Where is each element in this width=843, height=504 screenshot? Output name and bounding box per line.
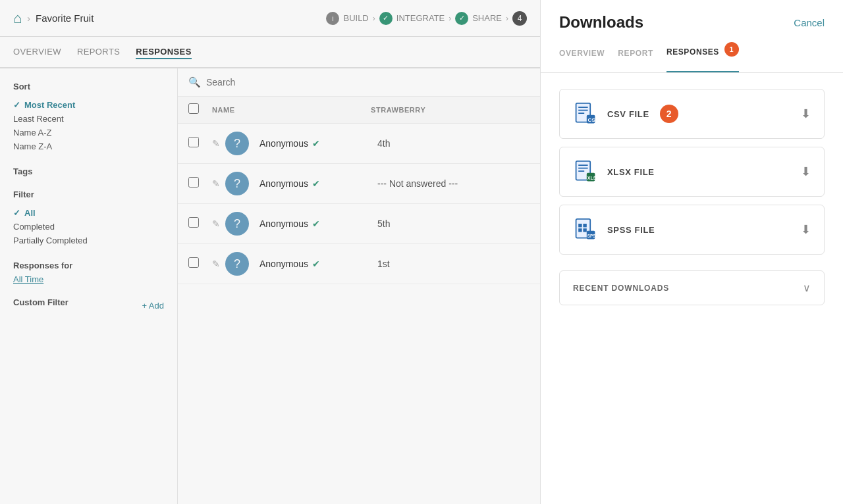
svg-rect-15 (578, 228, 582, 232)
select-all-checkbox[interactable] (188, 103, 199, 114)
avatar-3: ? (225, 212, 249, 236)
col-header-strawberry: STRAWBERRY (371, 106, 530, 114)
sub-nav: OVERVIEW REPORTS RESPONSES (0, 37, 540, 68)
row-checkbox-3[interactable] (188, 217, 199, 228)
filter-section: Filter ✓ All Completed Partially Complet… (13, 189, 164, 247)
tab-responses[interactable]: RESPONSES (136, 47, 191, 59)
csv-badge-wrap: CSV FILE 2 (607, 105, 678, 123)
table-row[interactable]: ✎ ? Anonymous ✔ 5th (178, 204, 540, 244)
dl-tab-overview[interactable]: OVERVIEW (559, 49, 605, 66)
edit-icon-1[interactable]: ✎ (212, 138, 220, 149)
svg-text:SPSS: SPSS (587, 234, 597, 238)
share-label: SHARE (472, 13, 502, 23)
sort-most-recent[interactable]: ✓ Most Recent (13, 98, 164, 112)
step-4-badge: 4 (512, 11, 527, 26)
spss-option-left: SPSS SPSS FILE (573, 217, 655, 242)
xlsx-option-left: XLS XLSX FILE (573, 159, 655, 184)
svg-text:XLS: XLS (587, 175, 597, 181)
csv-file-label: CSV FILE (607, 109, 649, 119)
share-check-icon: ✓ (455, 12, 468, 25)
breadcrumb-separator: › (27, 13, 30, 24)
tags-title: Tags (13, 166, 164, 176)
dl-tab-responses[interactable]: RESPONSES 1 (666, 42, 739, 72)
file-options: CSV CSV FILE 2 ⬇ (541, 73, 843, 270)
svg-rect-13 (578, 224, 582, 227)
table-row[interactable]: ✎ ? Anonymous ✔ --- Not answered --- (178, 164, 540, 204)
sort-name-az[interactable]: Name A-Z (13, 126, 164, 139)
responses-list: 🔍 NAME STRAWBERRY ✎ ? Anonymous ✔ 4th (178, 68, 540, 504)
row-name-area-1: ? Anonymous ✔ (225, 132, 377, 155)
responses-for-section: Responses for All Time (13, 261, 164, 284)
check-icon: ✓ (13, 100, 20, 110)
row-name-area-4: ? Anonymous ✔ (225, 252, 377, 276)
tags-section: Tags (13, 166, 164, 176)
step-build: i BUILD (326, 12, 368, 25)
edit-icon-3[interactable]: ✎ (212, 218, 220, 229)
table-row[interactable]: ✎ ? Anonymous ✔ 1st (178, 244, 540, 284)
home-icon[interactable]: ⌂ (13, 10, 22, 27)
edit-icon-4[interactable]: ✎ (212, 259, 220, 269)
responses-for-link[interactable]: All Time (13, 274, 164, 284)
row-checkbox-2[interactable] (188, 177, 199, 188)
table-row[interactable]: ✎ ? Anonymous ✔ 4th (178, 124, 540, 164)
row-checkbox-4[interactable] (188, 257, 199, 268)
integrate-label: INTEGRATE (396, 13, 445, 23)
responses-for-title: Responses for (13, 261, 164, 270)
integrate-check-icon: ✓ (379, 12, 393, 25)
responses-tab-badge: 1 (724, 42, 739, 57)
add-custom-filter-button[interactable]: + Add (142, 301, 164, 311)
spss-file-option[interactable]: SPSS SPSS FILE ⬇ (559, 205, 825, 255)
row-name-2: Anonymous (259, 178, 308, 189)
recent-downloads-toggle[interactable]: RECENT DOWNLOADS ∨ (560, 271, 824, 305)
svg-rect-9 (578, 170, 584, 172)
svg-rect-14 (583, 224, 586, 227)
xlsx-download-icon[interactable]: ⬇ (801, 164, 811, 179)
search-input[interactable] (206, 77, 530, 88)
dl-tab-report[interactable]: REPORT (618, 49, 653, 66)
sort-least-recent[interactable]: Least Recent (13, 112, 164, 126)
row-name-area-3: ? Anonymous ✔ (225, 212, 377, 236)
xlsx-icon: XLS (573, 159, 598, 184)
table-header: NAME STRAWBERRY (178, 97, 540, 124)
tab-reports[interactable]: REPORTS (77, 47, 120, 58)
recent-downloads-label: RECENT DOWNLOADS (573, 284, 669, 293)
downloads-panel: Downloads Cancel OVERVIEW REPORT RESPONS… (540, 0, 843, 504)
col-header-name: NAME (212, 106, 371, 114)
row-value-3: 5th (377, 218, 530, 229)
filter-title: Filter (13, 189, 164, 199)
csv-option-left: CSV CSV FILE 2 (573, 101, 678, 126)
svg-rect-1 (578, 107, 587, 108)
csv-file-option[interactable]: CSV CSV FILE 2 ⬇ (559, 89, 825, 139)
custom-filter-title: Custom Filter (13, 297, 68, 307)
search-icon: 🔍 (188, 76, 201, 88)
filter-completed[interactable]: Completed (13, 220, 164, 234)
filter-all[interactable]: ✓ All (13, 206, 164, 220)
spss-icon: SPSS (573, 217, 598, 242)
arrow-3: › (506, 14, 508, 23)
svg-rect-8 (578, 168, 587, 169)
svg-rect-7 (578, 164, 587, 166)
xlsx-file-option[interactable]: XLS XLSX FILE ⬇ (559, 147, 825, 197)
tab-overview[interactable]: OVERVIEW (13, 47, 61, 58)
sidebar: Sort ✓ Most Recent Least Recent Name A-Z… (0, 68, 178, 504)
avatar-2: ? (225, 172, 249, 195)
svg-rect-2 (578, 110, 587, 111)
avatar-1: ? (225, 132, 249, 155)
verified-icon-3: ✔ (312, 218, 320, 229)
row-name-4: Anonymous (259, 259, 308, 269)
csv-download-icon[interactable]: ⬇ (801, 107, 811, 121)
svg-text:CSV: CSV (588, 117, 597, 123)
row-value-4: 1st (377, 259, 530, 269)
recent-downloads-section: RECENT DOWNLOADS ∨ (559, 270, 825, 305)
svg-rect-16 (583, 228, 586, 232)
downloads-title: Downloads (559, 13, 643, 32)
sort-name-za[interactable]: Name Z-A (13, 139, 164, 153)
step-share: ✓ SHARE (455, 12, 502, 25)
cancel-button[interactable]: Cancel (794, 17, 825, 28)
downloads-tabs: OVERVIEW REPORT RESPONSES 1 (541, 42, 843, 73)
filter-partially-completed[interactable]: Partially Completed (13, 234, 164, 247)
row-checkbox-1[interactable] (188, 137, 199, 147)
spss-download-icon[interactable]: ⬇ (801, 222, 811, 237)
edit-icon-2[interactable]: ✎ (212, 178, 220, 189)
downloads-header: Downloads Cancel (541, 0, 843, 32)
